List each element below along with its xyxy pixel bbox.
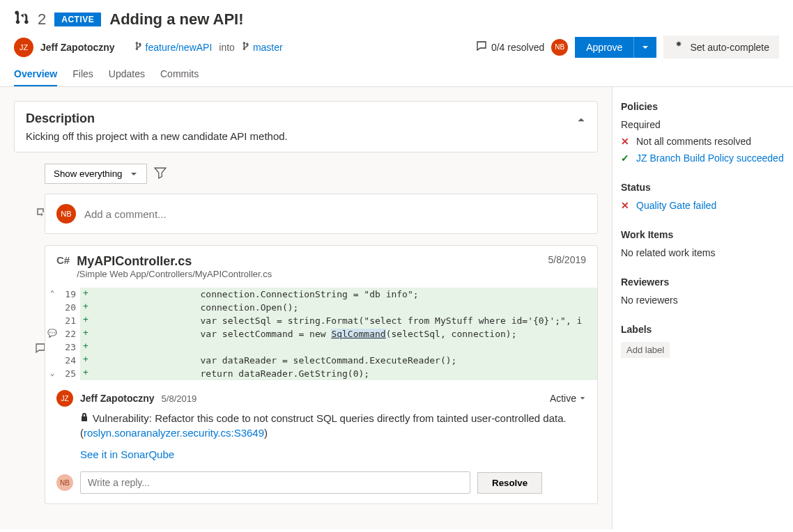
diff-line[interactable]: 24+ var dataReader = selectCommand.Execu… (45, 354, 597, 367)
gutter-control (45, 341, 59, 354)
branch-icon (242, 41, 250, 53)
gutter-control (45, 301, 59, 314)
diff-sign: + (80, 367, 91, 380)
lock-icon (80, 414, 91, 424)
collapse-toggle[interactable] (576, 115, 586, 127)
rule-link[interactable]: roslyn.sonaranalyzer.security.cs:S3649 (84, 427, 264, 439)
code-comment-card: C# MyAPIController.cs /Simple Web App/Co… (45, 245, 598, 504)
gutter-control[interactable]: ⌄ (45, 367, 59, 380)
line-number: 20 (59, 301, 80, 314)
comment-status-dropdown[interactable]: Active (550, 393, 586, 404)
description-text: Kicking off this project with a new cand… (26, 130, 586, 142)
language-badge: C# (56, 254, 70, 266)
code-text: var selectCommand = new SqlCommand(selec… (91, 327, 597, 341)
comment-thread: JZ Jeff Zapotoczny 5/8/2019 Active Vu (45, 380, 597, 503)
work-items-section: Work Items No related work items (621, 229, 785, 258)
description-card: Description Kicking off this project wit… (14, 101, 598, 152)
diff-line[interactable]: 23+ (45, 341, 597, 354)
diff-sign: + (80, 341, 91, 354)
code-text: connection.ConnectionString = "db info"; (91, 288, 597, 301)
resolve-button[interactable]: Resolve (477, 472, 542, 494)
approve-dropdown[interactable] (633, 37, 656, 58)
file-name[interactable]: MyAPIController.cs (77, 254, 272, 269)
author-name: Jeff Zapotoczny (40, 42, 115, 53)
comment-icon (476, 40, 487, 54)
line-number: 25 (59, 367, 80, 380)
comment-date: 5/8/2019 (162, 393, 197, 404)
diff-view: ⌃19+ connection.ConnectionString = "db i… (45, 288, 597, 380)
work-items-heading: Work Items (621, 229, 785, 240)
chevron-down-icon (641, 43, 649, 52)
policy-text: Not all comments resolved (636, 136, 751, 147)
policy-row: ✕Not all comments resolved (621, 136, 785, 147)
labels-heading: Labels (621, 324, 785, 335)
policy-row: ✕Quality Gate failed (621, 200, 785, 211)
labels-section: Labels Add label (621, 324, 785, 358)
comment-author-avatar: JZ (56, 390, 73, 407)
reply-avatar: NB (56, 474, 73, 491)
status-heading: Status (621, 182, 785, 193)
tab-commits[interactable]: Commits (160, 63, 199, 86)
set-autocomplete-button[interactable]: Set auto-complete (663, 36, 779, 58)
line-number: 23 (59, 341, 80, 354)
diff-line[interactable]: ⌄25+ return dataReader.GetString(0); (45, 367, 597, 380)
code-text: var selectSql = string.Format("select fr… (91, 314, 597, 327)
pr-icon (14, 10, 29, 29)
policies-heading: Policies (621, 101, 785, 112)
status-badge: ACTIVE (54, 13, 101, 26)
file-path: /Simple Web App/Controllers/MyAPIControl… (77, 269, 272, 279)
show-filter-dropdown[interactable]: Show everything (45, 164, 147, 184)
into-text: into (219, 42, 235, 53)
description-heading: Description (26, 111, 95, 126)
diff-line[interactable]: 21+ var selectSql = string.Format("selec… (45, 314, 597, 327)
code-text: var dataReader = selectCommand.ExecuteRe… (91, 354, 597, 367)
gutter-control (45, 314, 59, 327)
source-branch-link[interactable]: feature/newAPI (146, 42, 213, 53)
add-label-button[interactable]: Add label (621, 342, 670, 358)
line-number: 21 (59, 314, 80, 327)
add-comment-card: NB (45, 194, 598, 234)
policy-text[interactable]: Quality Gate failed (636, 200, 716, 211)
resolved-count[interactable]: 0/4 resolved (476, 40, 544, 54)
tab-files[interactable]: Files (72, 63, 93, 86)
policy-text[interactable]: JZ Branch Build Policy succeeded (636, 152, 784, 164)
diff-line[interactable]: 💬22+ var selectCommand = new SqlCommand(… (45, 327, 597, 341)
reviewers-heading: Reviewers (621, 276, 785, 288)
gutter-control[interactable]: 💬 (45, 327, 59, 341)
policies-required-label: Required (621, 119, 785, 130)
gutter-control[interactable]: ⌃ (45, 288, 59, 301)
tab-overview[interactable]: Overview (14, 63, 57, 86)
see-in-sonarqube-link[interactable]: See it in SonarQube (80, 448, 174, 460)
reviewers-section: Reviewers No reviewers (621, 276, 785, 306)
chevron-down-icon (130, 170, 138, 178)
code-text (91, 341, 597, 354)
diff-sign: + (80, 327, 91, 341)
tab-updates[interactable]: Updates (109, 63, 145, 86)
reply-input[interactable] (80, 471, 470, 494)
work-items-empty: No related work items (621, 247, 785, 258)
policy-row: ✓JZ Branch Build Policy succeeded (621, 152, 785, 164)
reviewers-empty: No reviewers (621, 295, 785, 306)
author-avatar: JZ (14, 38, 33, 57)
fail-icon: ✕ (621, 136, 629, 147)
branch-icon (134, 41, 143, 53)
comment-body: Vulnerability: Refactor this code to not… (80, 411, 586, 462)
diff-line[interactable]: 20+ connection.Open(); (45, 301, 597, 314)
comment-author: Jeff Zapotoczny (80, 393, 155, 404)
target-branch-link[interactable]: master (253, 42, 283, 53)
code-text: connection.Open(); (91, 301, 597, 314)
filter-icon[interactable] (154, 166, 167, 181)
diff-sign: + (80, 354, 91, 367)
pr-title: Adding a new API! (109, 10, 243, 29)
pr-number: 2 (38, 10, 46, 29)
code-text: return dataReader.GetString(0); (91, 367, 597, 380)
add-comment-input[interactable] (84, 208, 586, 220)
approve-button[interactable]: Approve (575, 37, 633, 58)
viewer-avatar: NB (56, 204, 76, 224)
diff-sign: + (80, 288, 91, 301)
viewer-avatar[interactable]: NB (551, 39, 568, 56)
diff-sign: + (80, 301, 91, 314)
diff-line[interactable]: ⌃19+ connection.ConnectionString = "db i… (45, 288, 597, 301)
policies-section: Policies Required ✕Not all comments reso… (621, 101, 785, 164)
check-icon: ✓ (621, 152, 629, 164)
